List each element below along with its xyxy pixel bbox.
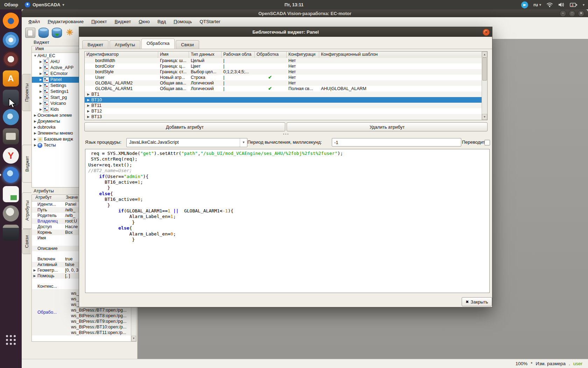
collapsed-icon[interactable]: ▶ xyxy=(38,71,43,77)
attr-name: Включен xyxy=(37,256,65,262)
db-save-icon[interactable] xyxy=(52,28,62,38)
scroll-down-icon[interactable]: ▼ xyxy=(131,336,136,341)
group-row-BT11[interactable]: ▶BT11 xyxy=(85,103,482,108)
menu-Окно[interactable]: Окно xyxy=(135,17,153,26)
volume-icon[interactable] xyxy=(558,2,565,7)
collapsed-icon[interactable]: ▶ xyxy=(33,124,37,130)
chromium-icon[interactable] xyxy=(3,32,19,48)
dialog-tab-Виджет[interactable]: Виджет xyxy=(82,40,108,49)
code-line: BT16_active=1; xyxy=(88,179,489,185)
paste-icon[interactable] xyxy=(25,28,35,38)
dialog-tab-Обработка[interactable]: Обработка xyxy=(141,39,175,49)
menu-Вид[interactable]: Вид xyxy=(154,17,170,26)
attributes-table-header[interactable]: ИдентификаторИмяТип данныхРабочая облаОб… xyxy=(85,52,482,58)
collapsed-icon[interactable]: ▶ xyxy=(38,95,43,101)
procedure-language-select[interactable]: JavaLikeCalc.JavaScript ▾ xyxy=(126,138,247,147)
scrollbar-thumb[interactable] xyxy=(482,57,487,81)
show-applications-icon[interactable] xyxy=(0,335,22,345)
dialog-close-button[interactable]: ✕ xyxy=(483,29,490,36)
group-row-BT12[interactable]: ▶BT12 xyxy=(85,108,482,114)
attr-table-row-bordColor[interactable]: bordColorГраница: ц...Цвет|Нет xyxy=(85,63,482,69)
dock-tab-Атрибуты[interactable]: Атрибуты xyxy=(22,192,31,229)
dialog-close-action-button[interactable]: ✖ Закрыть xyxy=(462,297,492,306)
battery-icon[interactable] xyxy=(570,2,578,7)
maximize-button[interactable]: □ xyxy=(569,10,575,17)
delete-attribute-button[interactable]: Удалить атрибут xyxy=(287,122,488,131)
keyboard-layout-indicator[interactable]: ru ▾ xyxy=(533,2,541,7)
attr-table-row-GLOBAL_ALARM2[interactable]: GLOBAL_ALARM2Общая ава...Логический|Нет xyxy=(85,80,482,86)
file-manager-icon[interactable] xyxy=(3,128,19,144)
cell-range: | xyxy=(222,58,255,63)
dialog-tab-Атрибуты[interactable]: Атрибуты xyxy=(110,40,140,49)
collapsed-icon[interactable]: ▶ xyxy=(38,77,43,83)
telegram-icon[interactable] xyxy=(521,1,528,8)
splitter-handle[interactable] xyxy=(84,132,487,135)
menu-Файл[interactable]: Файл xyxy=(24,17,44,26)
collapsed-icon[interactable]: ▶ xyxy=(33,136,37,142)
collapsed-icon[interactable]: ▶ xyxy=(86,103,91,108)
wifi-icon[interactable] xyxy=(546,2,553,7)
openscada-icon[interactable] xyxy=(3,167,19,183)
collapsed-icon[interactable]: ▶ xyxy=(38,65,43,71)
collapsed-icon[interactable]: ▶ xyxy=(33,118,37,124)
tree-item-label: Start_pg xyxy=(50,95,67,101)
window-titlebar[interactable]: OpenSCADA Vision-разработка: EC-motor − … xyxy=(22,9,588,17)
dock-tab-Проекты[interactable]: Проекты xyxy=(22,74,31,111)
group-label: BT12 xyxy=(91,108,102,114)
gimp-icon[interactable] xyxy=(3,205,19,222)
column-header: Конфигураци xyxy=(287,52,319,58)
group-row-BT13[interactable]: ▶BT13 xyxy=(85,114,482,120)
menu-Помощь[interactable]: Помощь xyxy=(170,17,196,26)
collapsed-icon[interactable]: ▶ xyxy=(38,89,43,95)
collapsed-icon[interactable]: ▶ xyxy=(38,107,43,113)
terminal-icon[interactable] xyxy=(3,225,19,241)
menu-Редактирование[interactable]: Редактирование xyxy=(44,17,88,26)
libreoffice-calc-icon[interactable] xyxy=(3,186,19,202)
expanded-icon[interactable]: ▼ xyxy=(33,53,37,59)
firefox-icon[interactable] xyxy=(3,13,19,29)
collapsed-icon[interactable]: ▶ xyxy=(86,108,91,114)
attr-table-row-bordWidth[interactable]: bordWidthГраница: ш...Целый|Нет xyxy=(85,58,482,63)
scroll-down-icon[interactable]: ▼ xyxy=(482,114,487,120)
yandex-browser-icon[interactable]: Y xyxy=(3,148,19,164)
menu-Виджет[interactable]: Виджет xyxy=(111,17,135,26)
dock-tab-Связи[interactable]: Связи xyxy=(22,229,31,254)
attr-table-row-GLOBAL_ALARM1[interactable]: GLOBAL_ALARM1Общая ава...Логический|✔Пол… xyxy=(85,86,482,91)
bluefish-icon[interactable] xyxy=(3,109,19,125)
media-player-icon[interactable] xyxy=(3,51,19,67)
qtstarter-icon[interactable]: ✳ xyxy=(65,28,75,37)
table-scrollbar[interactable]: ▲ ▼ xyxy=(482,52,487,120)
software-center-icon[interactable]: A xyxy=(3,70,19,87)
collapsed-icon[interactable]: ▶ xyxy=(86,91,91,97)
collapsed-icon[interactable]: ▶ xyxy=(32,267,37,273)
collapsed-icon[interactable]: ▶ xyxy=(33,113,37,118)
collapsed-icon[interactable]: ▶ xyxy=(32,273,37,279)
attributes-table: ИдентификаторИмяТип данныхРабочая облаОб… xyxy=(84,51,488,120)
dialog-titlebar[interactable]: Библиотечный виджет: Panel ✕ xyxy=(79,27,492,37)
collapsed-icon[interactable]: ▶ xyxy=(86,97,91,103)
minimize-button[interactable]: − xyxy=(560,10,566,17)
collapsed-icon[interactable]: ▶ xyxy=(33,142,37,148)
close-button[interactable]: ✕ xyxy=(578,10,584,17)
collapsed-icon[interactable]: ▶ xyxy=(38,83,43,89)
attr-table-row-User[interactable]: UserНовый атр...Строка|✔Нет xyxy=(85,75,482,80)
menu-Проект[interactable]: Проект xyxy=(88,17,111,26)
clock[interactable]: Пт, 13:11 xyxy=(0,0,588,9)
dock-tab-Виджет[interactable]: Виджет xyxy=(22,145,31,183)
group-row-BT1[interactable]: ▶BT1 xyxy=(85,91,482,97)
menu-QTStarter[interactable]: QTStarter xyxy=(196,17,224,26)
group-row-BT10[interactable]: ▶BT10 xyxy=(85,97,482,103)
chevron-down-icon[interactable]: ▾ xyxy=(583,3,584,7)
translate-checkbox[interactable] xyxy=(484,140,490,145)
collapsed-icon[interactable]: ▶ xyxy=(38,59,43,65)
collapsed-icon[interactable]: ▶ xyxy=(38,101,43,107)
calc-period-input[interactable] xyxy=(332,138,461,146)
scroll-up-icon[interactable]: ▲ xyxy=(482,52,487,57)
dialog-tab-Связи[interactable]: Связи xyxy=(176,40,199,49)
procedure-code-editor[interactable]: req = SYS.XMLNode("get").setAttr("path",… xyxy=(85,149,490,293)
attr-table-row-bordStyle[interactable]: bordStyleГраница: ст...Выбор цел...0;1;2… xyxy=(85,69,482,75)
add-attribute-button[interactable]: Добавить атрибут xyxy=(84,122,285,131)
collapsed-icon[interactable]: ▶ xyxy=(86,114,91,120)
db-load-icon[interactable] xyxy=(38,28,49,38)
collapsed-icon[interactable]: ▶ xyxy=(33,130,37,136)
